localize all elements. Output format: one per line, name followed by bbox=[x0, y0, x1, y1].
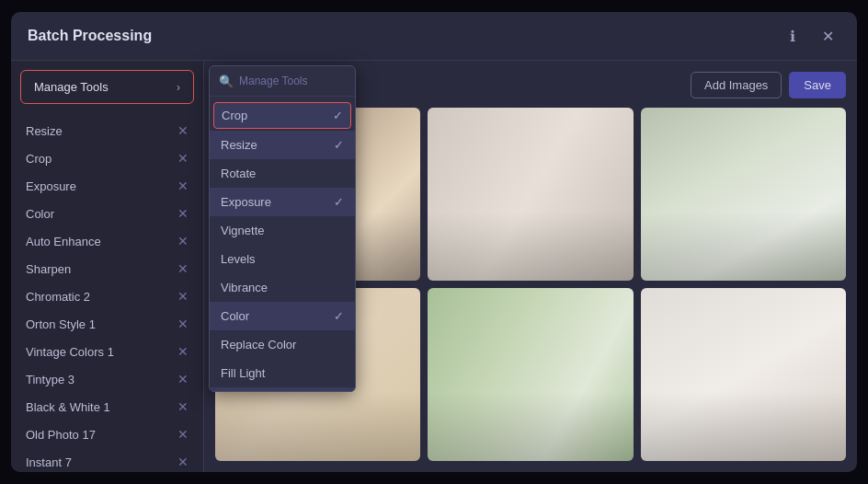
remove-icon[interactable]: ✕ bbox=[177, 455, 188, 469]
check-icon: ✓ bbox=[334, 195, 344, 209]
modal-body: Manage Tools › Resize ✕ Crop ✕ Exposure … bbox=[11, 61, 857, 472]
dropdown-search-bar: 🔍 ✕ bbox=[210, 66, 355, 97]
dropdown-item-rotate[interactable]: Rotate bbox=[210, 159, 355, 188]
tool-label: Vintage Colors 1 bbox=[26, 345, 114, 359]
remove-icon[interactable]: ✕ bbox=[177, 372, 188, 386]
batch-processing-modal: Batch Processing ℹ ✕ Manage Tools › bbox=[11, 12, 857, 472]
dropdown-item-exposure[interactable]: Exposure ✓ bbox=[210, 188, 355, 216]
remove-icon[interactable]: ✕ bbox=[177, 123, 188, 138]
remove-icon[interactable]: ✕ bbox=[177, 179, 188, 193]
tool-label: Sharpen bbox=[26, 262, 71, 276]
dropdown-item-label: Crop bbox=[222, 109, 247, 122]
remove-icon[interactable]: ✕ bbox=[177, 151, 188, 166]
manage-tools-dropdown: 🔍 ✕ Crop ✓ Resize ✓ bbox=[209, 65, 356, 392]
dropdown-item-label: Resize bbox=[221, 138, 257, 152]
dropdown-search-input[interactable] bbox=[239, 75, 356, 87]
dropdown-item-resize[interactable]: Resize ✓ bbox=[210, 131, 355, 159]
save-button[interactable]: Save bbox=[789, 72, 846, 98]
tool-label: Instant 7 bbox=[26, 455, 72, 469]
search-icon: 🔍 bbox=[219, 75, 234, 88]
dropdown-item-vignette[interactable]: Vignette bbox=[210, 216, 355, 245]
dropdown-item-label: Vibrance bbox=[221, 281, 268, 294]
modal-overlay: Batch Processing ℹ ✕ Manage Tools › bbox=[0, 0, 868, 484]
dropdown-item-levels[interactable]: Levels bbox=[210, 245, 355, 273]
remove-icon[interactable]: ✕ bbox=[177, 344, 188, 359]
sidebar-item-instant-7[interactable]: Instant 7 ✕ bbox=[11, 448, 203, 472]
tool-label: Tintype 3 bbox=[26, 373, 74, 386]
sidebar: Manage Tools › Resize ✕ Crop ✕ Exposure … bbox=[11, 61, 204, 472]
sidebar-item-crop[interactable]: Crop ✕ bbox=[11, 144, 203, 172]
tool-label: Crop bbox=[26, 152, 51, 166]
tool-label: Old Photo 17 bbox=[26, 428, 96, 442]
manage-tools-label: Manage Tools bbox=[34, 80, 108, 94]
sidebar-item-color[interactable]: Color ✕ bbox=[11, 200, 203, 227]
sidebar-item-orton-style-1[interactable]: Orton Style 1 ✕ bbox=[11, 310, 203, 338]
tool-label: Color bbox=[26, 207, 54, 221]
tool-label: Orton Style 1 bbox=[26, 317, 96, 331]
check-icon: ✓ bbox=[334, 138, 344, 152]
manage-tools-button[interactable]: Manage Tools › bbox=[20, 70, 194, 104]
image-cell-6[interactable] bbox=[641, 288, 846, 461]
dropdown-item-label: Fill Light bbox=[221, 366, 265, 380]
remove-icon[interactable]: ✕ bbox=[177, 399, 188, 414]
dropdown-item-fill-light[interactable]: Fill Light bbox=[210, 359, 355, 387]
dropdown-item-label: Exposure bbox=[221, 195, 271, 209]
tool-label: Auto Enhance bbox=[26, 235, 101, 248]
sidebar-item-chromatic-2[interactable]: Chromatic 2 ✕ bbox=[11, 282, 203, 310]
check-icon: ✓ bbox=[334, 309, 344, 323]
image-cell-5[interactable] bbox=[428, 288, 633, 461]
sidebar-item-auto-enhance[interactable]: Auto Enhance ✕ bbox=[11, 227, 203, 255]
dropdown-item-label: Levels bbox=[221, 252, 256, 266]
image-cell-2[interactable] bbox=[428, 108, 633, 281]
sidebar-item-old-photo-17[interactable]: Old Photo 17 ✕ bbox=[11, 421, 203, 448]
remove-icon[interactable]: ✕ bbox=[177, 234, 188, 248]
remove-icon[interactable]: ✕ bbox=[177, 317, 188, 331]
remove-icon[interactable]: ✕ bbox=[177, 427, 188, 442]
dropdown-item-label: Vignette bbox=[221, 224, 264, 237]
modal-header-icons: ℹ ✕ bbox=[780, 23, 840, 49]
close-icon: ✕ bbox=[822, 28, 834, 45]
tool-label: Black & White 1 bbox=[26, 400, 110, 414]
check-icon: ✓ bbox=[333, 109, 343, 122]
sidebar-item-resize[interactable]: Resize ✕ bbox=[11, 117, 203, 144]
sidebar-item-exposure[interactable]: Exposure ✕ bbox=[11, 172, 203, 200]
image-cell-3[interactable] bbox=[641, 108, 846, 281]
dropdown-item-label: Rotate bbox=[221, 167, 256, 180]
dropdown-item-replace-color[interactable]: Replace Color bbox=[210, 330, 355, 359]
sidebar-item-vintage-colors-1[interactable]: Vintage Colors 1 ✕ bbox=[11, 338, 203, 365]
dropdown-item-label: Color bbox=[221, 309, 249, 323]
tool-label: Exposure bbox=[26, 179, 76, 193]
add-images-button[interactable]: Add Images bbox=[691, 72, 782, 98]
tool-label: Chromatic 2 bbox=[26, 290, 90, 304]
dropdown-item-crop[interactable]: Crop ✓ bbox=[213, 102, 351, 129]
dropdown-item-color[interactable]: Color ✓ bbox=[210, 302, 355, 330]
sidebar-item-tintype-3[interactable]: Tintype 3 ✕ bbox=[11, 365, 203, 393]
info-icon: ℹ bbox=[790, 28, 795, 45]
dropdown-item-vibrance[interactable]: Vibrance bbox=[210, 273, 355, 302]
remove-icon[interactable]: ✕ bbox=[177, 261, 188, 276]
dropdown-item-label: Replace Color bbox=[221, 338, 296, 351]
sidebar-item-black-white-1[interactable]: Black & White 1 ✕ bbox=[11, 393, 203, 421]
dropdown-item-sharpen[interactable]: Sharpen ✓ bbox=[210, 387, 355, 391]
modal-title: Batch Processing bbox=[28, 28, 152, 44]
remove-icon[interactable]: ✕ bbox=[177, 289, 188, 304]
sidebar-item-sharpen[interactable]: Sharpen ✕ bbox=[11, 255, 203, 282]
remove-icon[interactable]: ✕ bbox=[177, 206, 188, 221]
chevron-right-icon: › bbox=[177, 81, 180, 94]
dropdown-items-list: Crop ✓ Resize ✓ Rotate Exposure bbox=[210, 97, 355, 391]
tool-label: Resize bbox=[26, 124, 63, 138]
tools-list: Resize ✕ Crop ✕ Exposure ✕ Color ✕ bbox=[11, 113, 203, 472]
info-button[interactable]: ℹ bbox=[780, 23, 805, 49]
modal-header: Batch Processing ℹ ✕ bbox=[11, 12, 857, 61]
close-button[interactable]: ✕ bbox=[815, 23, 840, 49]
